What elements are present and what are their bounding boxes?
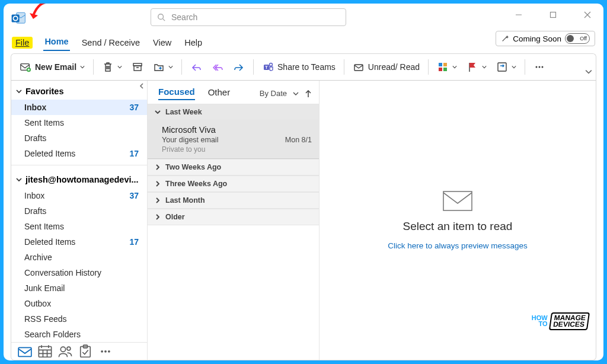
chevron-down-icon xyxy=(80,65,85,69)
svg-text:T: T xyxy=(265,65,268,70)
overflow-button[interactable] xyxy=(530,58,549,76)
chevron-down-icon xyxy=(16,177,22,183)
sort-by-date[interactable]: By Date xyxy=(260,89,287,98)
tab-home[interactable]: Home xyxy=(43,37,69,51)
message-list: Focused Other By Date Last Week Microsof… xyxy=(148,81,320,360)
people-view-icon[interactable] xyxy=(57,344,73,357)
reader-preview-link[interactable]: Click here to always preview messages xyxy=(388,241,528,250)
unread-read-button[interactable]: Unread/ Read xyxy=(349,58,423,76)
acct-item-inbox[interactable]: Inbox37 xyxy=(11,188,147,203)
svg-point-24 xyxy=(536,66,538,68)
tab-other[interactable]: Other xyxy=(208,87,231,100)
tab-focused[interactable]: Focused xyxy=(158,87,195,100)
svg-point-35 xyxy=(60,347,65,352)
acct-item-drafts[interactable]: Drafts xyxy=(11,203,147,219)
ribbon-collapse-icon[interactable] xyxy=(585,67,592,78)
group-last-month[interactable]: Last Month xyxy=(148,192,319,209)
svg-rect-42 xyxy=(443,191,472,210)
coming-soon-toggle[interactable]: Off xyxy=(565,33,590,44)
new-email-button[interactable]: New Email xyxy=(16,58,88,76)
move-button[interactable] xyxy=(149,58,177,76)
minimize-button[interactable] xyxy=(506,6,531,24)
mail-from: Microsoft Viva xyxy=(162,125,312,135)
svg-rect-27 xyxy=(18,347,31,356)
chevron-down-icon xyxy=(16,88,22,94)
chevron-right-icon xyxy=(155,164,161,170)
chevron-right-icon xyxy=(155,214,161,220)
calendar-view-icon[interactable] xyxy=(37,344,53,357)
maximize-button[interactable] xyxy=(541,6,566,24)
outlook-logo-icon xyxy=(11,11,26,26)
chevron-right-icon xyxy=(155,181,161,187)
nav-collapse-icon[interactable] xyxy=(139,83,145,90)
archive-icon xyxy=(132,61,143,73)
archive-button[interactable] xyxy=(128,58,147,76)
svg-point-3 xyxy=(158,14,164,20)
acct-item-deleted-items[interactable]: Deleted Items17 xyxy=(11,234,147,250)
chevron-right-icon xyxy=(155,197,161,203)
search-icon xyxy=(157,13,165,21)
envelope-icon xyxy=(353,61,365,73)
svg-point-36 xyxy=(67,347,71,350)
categorize-button[interactable] xyxy=(433,58,461,76)
svg-point-25 xyxy=(539,66,541,68)
acct-item-sent-items[interactable]: Sent Items xyxy=(11,219,147,234)
svg-point-26 xyxy=(542,66,544,68)
search-input[interactable]: Search xyxy=(151,8,346,26)
acct-item-archive[interactable]: Archive xyxy=(11,250,147,265)
account-header[interactable]: jitesh@howtomanagedevi... xyxy=(11,169,147,188)
nav-footer xyxy=(11,342,147,360)
mail-view-icon[interactable] xyxy=(17,344,33,357)
acct-item-search-folders[interactable]: Search Folders xyxy=(11,327,147,342)
acct-item-junk-email[interactable]: Junk Email xyxy=(11,280,147,296)
svg-rect-19 xyxy=(439,63,442,66)
group-two-weeks[interactable]: Two Weeks Ago xyxy=(148,159,319,175)
delete-button[interactable] xyxy=(98,58,126,76)
ribbon-toolbar: New Email T Share to Teams Unread/ Read xyxy=(11,53,596,81)
titlebar: Search xyxy=(4,4,603,30)
fav-item-inbox[interactable]: Inbox37 xyxy=(11,100,147,115)
chevron-down-icon xyxy=(512,65,516,69)
close-button[interactable] xyxy=(575,6,600,24)
reply-all-button[interactable] xyxy=(208,58,227,76)
acct-item-outbox[interactable]: Outbox xyxy=(11,296,147,311)
outlook-app-window: Search File Home Send / Receive View Hel… xyxy=(4,4,603,360)
svg-rect-23 xyxy=(498,63,506,71)
reply-button[interactable] xyxy=(187,58,206,76)
more-views-icon[interactable] xyxy=(98,344,113,357)
teams-icon: T xyxy=(262,61,274,73)
share-to-teams-button[interactable]: T Share to Teams xyxy=(258,58,339,76)
acct-item-rss-feeds[interactable]: RSS Feeds xyxy=(11,311,147,327)
tab-help[interactable]: Help xyxy=(183,38,203,51)
tasks-view-icon[interactable] xyxy=(78,344,93,357)
tab-file[interactable]: File xyxy=(12,37,33,49)
envelope-large-icon xyxy=(442,190,473,212)
chevron-down-icon xyxy=(155,109,161,115)
coming-soon-button[interactable]: Coming Soon Off xyxy=(496,31,595,46)
tab-send-receive[interactable]: Send / Receive xyxy=(81,38,141,51)
mail-subject: Your digest email xyxy=(162,136,218,144)
reply-icon xyxy=(190,61,202,73)
flag-button[interactable] xyxy=(463,58,490,76)
mail-date: Mon 8/1 xyxy=(285,136,312,144)
group-three-weeks[interactable]: Three Weeks Ago xyxy=(148,175,319,192)
fav-item-drafts[interactable]: Drafts xyxy=(11,130,147,146)
tab-view[interactable]: View xyxy=(152,38,172,51)
move-folder-icon xyxy=(153,61,165,73)
sort-ascending-icon[interactable] xyxy=(305,90,312,98)
acct-item-conversation-history[interactable]: Conversation History xyxy=(11,265,147,280)
quick-step-icon xyxy=(496,61,508,73)
fav-item-deleted-items[interactable]: Deleted Items17 xyxy=(11,146,147,161)
fav-item-sent-items[interactable]: Sent Items xyxy=(11,115,147,130)
chevron-down-icon xyxy=(168,65,173,69)
annotation-arrow xyxy=(28,4,52,25)
forward-button[interactable] xyxy=(229,58,248,76)
mail-tag: Private to you xyxy=(162,145,312,154)
group-last-week[interactable]: Last Week xyxy=(148,104,319,120)
quick-steps-button[interactable] xyxy=(493,58,520,76)
message-item[interactable]: Microsoft Viva Your digest emailMon 8/1 … xyxy=(148,120,319,159)
svg-point-39 xyxy=(101,350,103,352)
favorites-header[interactable]: Favorites xyxy=(11,81,147,100)
trash-icon xyxy=(102,61,114,73)
group-older[interactable]: Older xyxy=(148,209,319,225)
